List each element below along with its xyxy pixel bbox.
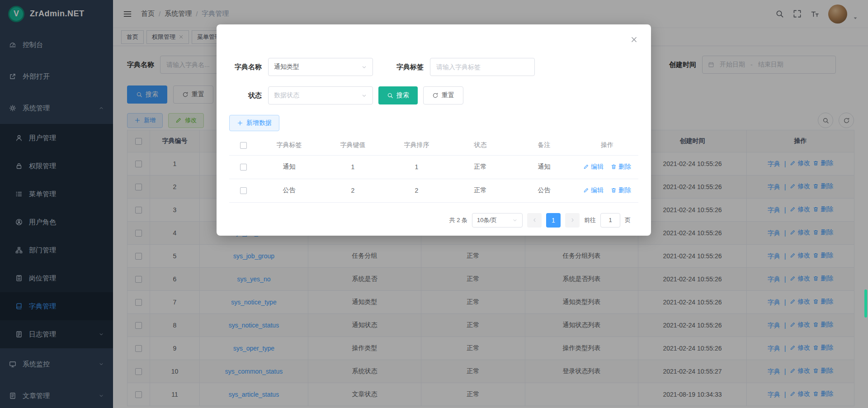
edit-link[interactable]: 编辑 <box>583 186 604 195</box>
modal-table-body: 通知11正常通知编辑删除公告22正常公告编辑删除 <box>229 155 638 202</box>
cell-operations: 编辑删除 <box>576 179 638 202</box>
dict-data-modal: 字典名称 通知类型 字典标签 状态 数据状态 搜索 重置 <box>217 24 651 236</box>
status-select[interactable]: 数据状态 <box>268 86 373 104</box>
modal-table-row: 公告22正常公告编辑删除 <box>229 179 638 202</box>
cell-sort: 2 <box>385 179 448 202</box>
refresh-icon <box>432 92 439 99</box>
modal-reset-button[interactable]: 重置 <box>423 86 463 104</box>
close-icon[interactable] <box>630 36 638 43</box>
dict-label-label: 字典标签 <box>391 63 424 71</box>
column-header: 备注 <box>512 135 576 155</box>
scrollbar-thumb[interactable] <box>864 289 867 318</box>
row-checkbox[interactable] <box>240 164 247 171</box>
status-select-placeholder: 数据状态 <box>274 91 299 100</box>
chevron-down-icon <box>361 93 367 99</box>
pagination: 共 2 条 10条/页 1 前往 页 <box>217 213 631 228</box>
current-page-button[interactable]: 1 <box>546 213 561 228</box>
next-page-button[interactable] <box>565 213 580 228</box>
cell-value: 1 <box>321 155 385 179</box>
edit-icon <box>583 164 589 170</box>
column-header: 字典排序 <box>385 135 448 155</box>
column-header: 状态 <box>448 135 512 155</box>
cell-status: 正常 <box>448 179 512 202</box>
add-data-label: 新增数据 <box>246 119 272 127</box>
cell-remark: 通知 <box>512 155 576 179</box>
row-checkbox[interactable] <box>240 187 247 194</box>
column-header: 操作 <box>576 135 638 155</box>
column-header: 字典键值 <box>321 135 385 155</box>
plus-icon <box>237 120 243 126</box>
dict-name-select[interactable]: 通知类型 <box>268 58 373 76</box>
edit-link[interactable]: 编辑 <box>583 163 604 171</box>
cell-value: 2 <box>321 179 385 202</box>
dict-name-select-value: 通知类型 <box>274 63 299 71</box>
goto-label: 前往 <box>584 216 596 224</box>
chevron-down-icon <box>361 64 367 70</box>
dict-data-table: 字典标签字典键值字典排序状态备注操作 通知11正常通知编辑删除公告22正常公告编… <box>229 135 638 203</box>
prev-page-button[interactable] <box>527 213 542 228</box>
add-data-button[interactable]: 新增数据 <box>229 115 279 131</box>
modal-search-label: 搜索 <box>396 91 409 100</box>
chevron-down-icon <box>512 218 518 223</box>
modal-table-header-row: 字典标签字典键值字典排序状态备注操作 <box>229 135 638 155</box>
delete-link[interactable]: 删除 <box>611 186 631 195</box>
modal-dict-name-label: 字典名称 <box>229 63 262 71</box>
select-all-checkbox[interactable] <box>240 142 247 149</box>
cell-remark: 公告 <box>512 179 576 202</box>
search-icon <box>387 92 393 99</box>
cell-sort: 1 <box>385 155 448 179</box>
cell-label: 通知 <box>257 155 321 179</box>
pagination-total: 共 2 条 <box>449 216 467 224</box>
modal-query-form: 字典名称 通知类型 字典标签 状态 数据状态 搜索 重置 <box>217 24 651 104</box>
dict-label-input[interactable] <box>430 58 535 76</box>
delete-icon <box>611 164 617 170</box>
chevron-left-icon <box>532 217 538 223</box>
modal-search-button[interactable]: 搜索 <box>378 86 418 104</box>
page-size-select[interactable]: 10条/页 <box>472 213 523 228</box>
cell-operations: 编辑删除 <box>576 155 638 179</box>
page-size-value: 10条/页 <box>477 216 497 224</box>
delete-link[interactable]: 删除 <box>611 163 631 171</box>
column-header: 字典标签 <box>257 135 321 155</box>
modal-table-row: 通知11正常通知编辑删除 <box>229 155 638 179</box>
goto-page-input[interactable] <box>600 213 620 228</box>
cell-label: 公告 <box>257 179 321 202</box>
chevron-right-icon <box>570 217 576 223</box>
delete-icon <box>611 187 617 193</box>
status-label: 状态 <box>229 91 262 100</box>
edit-icon <box>583 187 589 193</box>
cell-status: 正常 <box>448 155 512 179</box>
page-unit-label: 页 <box>625 216 631 224</box>
modal-reset-label: 重置 <box>442 91 454 100</box>
